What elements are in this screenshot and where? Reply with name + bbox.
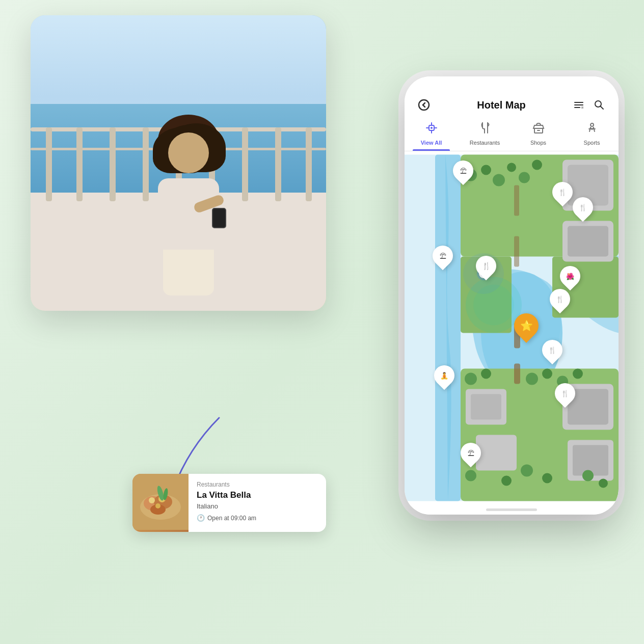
phone-status-bar — [405, 76, 619, 92]
svg-rect-60 — [514, 236, 519, 267]
map-area[interactable]: 🍴 ⛱ 🍴 🍴 — [405, 151, 619, 504]
app-header: Hotel Map — [405, 92, 619, 114]
info-category: Restaurants — [197, 481, 318, 488]
svg-point-45 — [573, 369, 583, 379]
svg-point-42 — [526, 373, 538, 385]
svg-point-43 — [542, 369, 552, 379]
view-all-icon — [425, 121, 438, 138]
map-pin-umbrella-3[interactable]: ⛱ — [461, 443, 481, 463]
info-hours: 🕐 Open at 09:00 am — [197, 514, 318, 522]
svg-point-36 — [493, 174, 505, 186]
svg-point-39 — [532, 160, 542, 170]
svg-point-67 — [149, 497, 155, 503]
svg-point-10 — [431, 127, 433, 129]
svg-rect-61 — [514, 185, 519, 216]
tab-sports[interactable]: Sports — [565, 118, 619, 151]
svg-point-40 — [465, 373, 477, 385]
svg-point-15 — [591, 123, 594, 126]
svg-rect-53 — [514, 364, 520, 384]
map-pin-umbrella-1[interactable]: ⛱ — [453, 160, 473, 181]
tab-shops[interactable]: Shops — [512, 118, 565, 151]
svg-rect-26 — [568, 226, 608, 257]
info-card-image — [132, 474, 189, 532]
info-card-content: Restaurants La Vitta Bella Italiano 🕐 Op… — [189, 474, 326, 532]
map-pin-umbrella-2[interactable]: ⛱ — [433, 246, 453, 266]
sports-icon — [585, 121, 599, 138]
svg-point-35 — [481, 165, 491, 175]
map-pin-restaurant-below[interactable]: 🍴 — [542, 340, 562, 360]
app-title: Hotel Map — [433, 99, 570, 111]
clock-icon: 🕐 — [197, 514, 205, 522]
phone-home-bar — [405, 504, 619, 515]
svg-point-47 — [501, 476, 512, 486]
map-pin-yoga[interactable]: 🧘 — [434, 365, 454, 386]
svg-rect-28 — [471, 394, 501, 420]
map-pin-restaurant-near[interactable]: 🍴 — [476, 256, 496, 276]
svg-point-37 — [507, 163, 516, 172]
svg-rect-17 — [435, 155, 461, 501]
tab-restaurants-label: Restaurants — [470, 140, 500, 146]
svg-point-41 — [481, 369, 491, 379]
tab-sports-label: Sports — [584, 140, 600, 146]
tab-view-all-label: View All — [421, 140, 442, 146]
info-hours-text: Open at 09:00 am — [207, 515, 256, 522]
svg-rect-33 — [476, 435, 517, 471]
shops-icon — [532, 121, 545, 138]
svg-point-51 — [599, 479, 608, 488]
back-button[interactable] — [415, 96, 433, 114]
svg-point-48 — [521, 465, 533, 477]
map-pin-restaurant-tr1[interactable]: 🍴 — [552, 182, 573, 202]
svg-point-38 — [519, 172, 530, 183]
info-name: La Vitta Bella — [197, 490, 318, 500]
svg-point-50 — [582, 470, 594, 481]
tab-bar: View All Restaurants — [405, 114, 619, 151]
map-pin-star-selected[interactable]: ⭐ — [514, 313, 539, 338]
info-cuisine: Italiano — [197, 502, 318, 510]
list-icon[interactable] — [570, 96, 588, 114]
svg-point-46 — [465, 470, 476, 481]
tab-view-all[interactable]: View All — [405, 118, 458, 151]
background-photo — [31, 15, 326, 311]
map-pin-restaurant-br[interactable]: 🍴 — [555, 383, 575, 404]
svg-point-1 — [419, 100, 429, 110]
svg-point-49 — [542, 473, 552, 484]
svg-point-6 — [582, 107, 583, 109]
restaurants-icon — [478, 121, 492, 138]
map-pin-restaurant-mid[interactable]: 🍴 — [550, 289, 570, 309]
map-pin-restaurant-tr2[interactable]: 🍴 — [573, 197, 593, 218]
svg-line-8 — [601, 106, 604, 110]
tab-shops-label: Shops — [530, 140, 546, 146]
svg-point-69 — [155, 503, 160, 508]
phone-device: Hotel Map — [405, 76, 619, 515]
map-pin-flower[interactable]: 🌺 — [560, 266, 580, 286]
info-card[interactable]: Restaurants La Vitta Bella Italiano 🕐 Op… — [132, 474, 326, 532]
search-icon[interactable] — [590, 96, 608, 114]
tab-restaurants[interactable]: Restaurants — [458, 118, 512, 151]
